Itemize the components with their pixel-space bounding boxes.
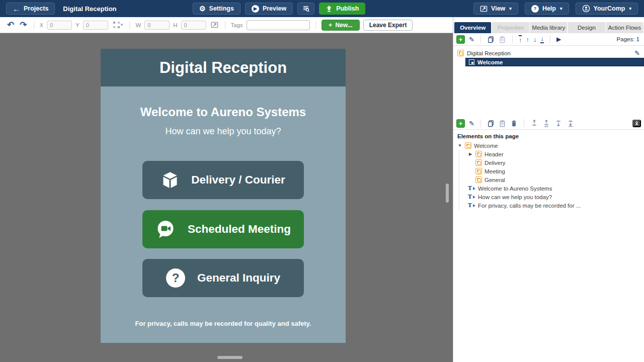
element-row-delivery[interactable]: Delivery: [459, 158, 640, 167]
tags-input[interactable]: [247, 20, 310, 30]
top-bar: ← Projects Digital Reception ⚙ Settings …: [0, 0, 644, 17]
element-row-welcome-text[interactable]: T Welcome to Aureno Systems: [459, 184, 640, 193]
element-label: Delivery: [485, 160, 506, 166]
bring-to-front-button[interactable]: [542, 119, 550, 127]
elements-panel: Elements on this page ▼ Welcome ▶ Header: [453, 130, 644, 213]
page-tree-row-selected[interactable]: Welcome: [465, 58, 644, 66]
account-menu-button[interactable]: YourComp ▾: [576, 3, 638, 15]
play-icon: ▶: [556, 36, 561, 43]
copy-page-button[interactable]: [487, 36, 495, 43]
design-canvas[interactable]: Digital Reception Welcome to Aureno Syst…: [0, 33, 453, 362]
element-children: ▶ Header Delivery Meeting: [459, 150, 640, 210]
edit-page-button[interactable]: ✎: [469, 36, 474, 43]
anchor-grid-icon: [113, 21, 120, 29]
add-page-button[interactable]: +: [456, 35, 465, 44]
w-input[interactable]: [144, 21, 170, 30]
scheduled-meeting-button[interactable]: Scheduled Meeting: [142, 210, 304, 248]
x-input[interactable]: [47, 21, 72, 30]
leave-expert-button[interactable]: Leave Expert: [363, 20, 413, 31]
rename-project-button[interactable]: ✎: [634, 49, 640, 57]
plus-icon: +: [459, 120, 463, 127]
add-element-button[interactable]: +: [456, 119, 465, 128]
kiosk-welcome-title[interactable]: Welcome to Aureno Systems: [101, 105, 346, 119]
help-menu-button[interactable]: ? Help ▾: [525, 3, 569, 15]
element-row-subtitle-text[interactable]: T How can we help you today?: [459, 193, 640, 201]
settings-button[interactable]: ⚙ Settings: [193, 3, 240, 15]
y-label: Y: [75, 22, 79, 28]
fit-to-screen-button[interactable]: [210, 21, 219, 29]
anchor-point-button[interactable]: ▾: [112, 21, 124, 29]
project-tree-row[interactable]: Digital Reception ✎: [453, 48, 644, 58]
send-to-back-icon: [567, 119, 575, 127]
preview-label: Preview: [263, 5, 286, 12]
play-page-button[interactable]: ▶: [556, 36, 561, 43]
variables-icon[interactable]: x̄: [632, 120, 641, 127]
delivery-courier-button[interactable]: Delivery / Courier: [142, 161, 304, 199]
help-question-icon: ?: [531, 5, 539, 13]
page-icon: [469, 59, 474, 65]
publish-button[interactable]: Publish: [319, 3, 365, 15]
canvas-vertical-scrollbar[interactable]: [446, 184, 449, 203]
view-label: View: [491, 5, 505, 12]
element-label: General: [485, 177, 505, 183]
new-element-button[interactable]: + New...: [321, 20, 360, 31]
tab-overview[interactable]: Overview: [454, 22, 491, 33]
app-window: ← Projects Digital Reception ⚙ Settings …: [0, 0, 644, 362]
preview-button[interactable]: ▶ Preview: [245, 3, 293, 15]
text-element-icon: T: [468, 202, 475, 209]
y-input[interactable]: [83, 21, 108, 30]
w-label: W: [135, 22, 141, 28]
tab-media-library[interactable]: Media library: [530, 22, 567, 33]
back-to-projects-button[interactable]: ← Projects: [6, 3, 55, 15]
delivery-button-label: Delivery / Courier: [191, 173, 285, 187]
canvas-horizontal-scrollbar[interactable]: [217, 356, 243, 359]
plus-icon: +: [459, 36, 463, 43]
move-page-to-top-button[interactable]: ↑: [519, 35, 522, 43]
element-row-header[interactable]: ▶ Header: [459, 150, 640, 158]
element-row-meeting[interactable]: Meeting: [459, 167, 640, 175]
workspace: ↶ ↷ X Y ▾: [0, 17, 644, 362]
send-backward-button[interactable]: [554, 119, 562, 127]
copy-element-button[interactable]: [487, 120, 495, 127]
kiosk-welcome-subtitle[interactable]: How can we help you today?: [101, 126, 346, 137]
delete-element-button[interactable]: [510, 120, 518, 127]
tab-action-flows[interactable]: Action Flows: [606, 22, 643, 33]
text-icon-glyph: T: [468, 193, 472, 201]
toolbar-divider: [524, 119, 524, 127]
text-icon-flag: [473, 196, 475, 199]
move-page-to-bottom-button[interactable]: ↓: [540, 35, 544, 43]
paste-element-button[interactable]: [499, 120, 506, 127]
activity-log-button[interactable]: [297, 3, 314, 15]
tab-properties[interactable]: Properties: [492, 22, 529, 33]
edit-element-button[interactable]: ✎: [469, 120, 474, 127]
bring-forward-button[interactable]: [530, 119, 538, 127]
expander-open-icon[interactable]: ▼: [457, 143, 462, 148]
move-page-up-button[interactable]: ↑: [526, 36, 529, 43]
paste-page-button[interactable]: [499, 36, 506, 43]
undo-button[interactable]: ↶: [6, 20, 15, 30]
toolbar-divider: [315, 21, 316, 29]
h-input[interactable]: [181, 21, 206, 30]
view-menu-button[interactable]: View ▾: [473, 3, 518, 15]
move-page-down-button[interactable]: ↓: [533, 36, 537, 43]
element-label: How can we help you today?: [478, 194, 552, 200]
send-to-back-button[interactable]: [567, 119, 575, 127]
element-row-privacy-text[interactable]: T For privacy, calls may be recorded for…: [459, 201, 640, 210]
page-tree-label: Welcome: [477, 59, 503, 65]
tab-design[interactable]: Design: [568, 22, 605, 33]
chevron-down-icon: ▾: [560, 7, 562, 11]
general-inquiry-button[interactable]: ? General Inquiry: [142, 259, 304, 297]
redo-button[interactable]: ↷: [19, 20, 28, 30]
chevron-down-icon: ▾: [509, 7, 512, 11]
element-row-welcome[interactable]: ▼ Welcome: [457, 141, 640, 150]
pages-tree: Digital Reception ✎ Welcome: [453, 46, 644, 117]
element-row-general[interactable]: General: [459, 175, 640, 184]
kiosk-privacy-note[interactable]: For privacy, calls may be recorded for q…: [101, 320, 346, 327]
topbar-left-group: ← Projects Digital Reception: [6, 0, 117, 17]
text-icon-glyph: T: [468, 185, 472, 192]
question-icon: ?: [166, 268, 185, 288]
expander-closed-icon[interactable]: ▶: [468, 152, 473, 156]
kiosk-header-element[interactable]: Digital Reception: [101, 49, 346, 86]
arrow-to-bottom-icon: ↓: [540, 35, 544, 42]
publish-label: Publish: [336, 5, 359, 12]
